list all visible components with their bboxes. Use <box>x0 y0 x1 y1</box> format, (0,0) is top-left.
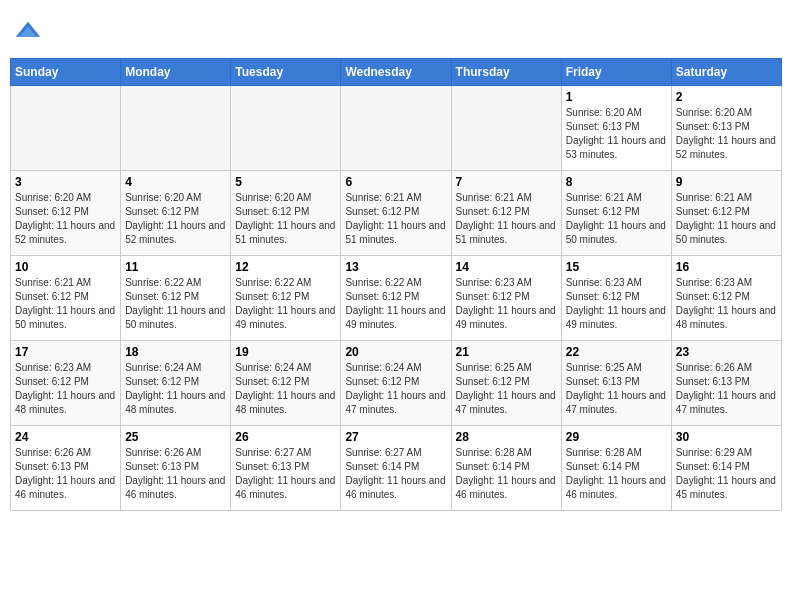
calendar-table: SundayMondayTuesdayWednesdayThursdayFrid… <box>10 58 782 511</box>
calendar-cell: 19Sunrise: 6:24 AMSunset: 6:12 PMDayligh… <box>231 341 341 426</box>
calendar-cell: 25Sunrise: 6:26 AMSunset: 6:13 PMDayligh… <box>121 426 231 511</box>
day-info: Sunrise: 6:26 AMSunset: 6:13 PMDaylight:… <box>676 361 777 417</box>
calendar-cell: 12Sunrise: 6:22 AMSunset: 6:12 PMDayligh… <box>231 256 341 341</box>
calendar-cell: 1Sunrise: 6:20 AMSunset: 6:13 PMDaylight… <box>561 86 671 171</box>
calendar-cell: 3Sunrise: 6:20 AMSunset: 6:12 PMDaylight… <box>11 171 121 256</box>
day-number: 27 <box>345 430 446 444</box>
day-number: 28 <box>456 430 557 444</box>
day-info: Sunrise: 6:26 AMSunset: 6:13 PMDaylight:… <box>125 446 226 502</box>
day-number: 11 <box>125 260 226 274</box>
calendar-week-3: 10Sunrise: 6:21 AMSunset: 6:12 PMDayligh… <box>11 256 782 341</box>
day-info: Sunrise: 6:24 AMSunset: 6:12 PMDaylight:… <box>235 361 336 417</box>
calendar-cell <box>341 86 451 171</box>
header-saturday: Saturday <box>671 59 781 86</box>
calendar-cell: 27Sunrise: 6:27 AMSunset: 6:14 PMDayligh… <box>341 426 451 511</box>
calendar-cell: 11Sunrise: 6:22 AMSunset: 6:12 PMDayligh… <box>121 256 231 341</box>
page-header <box>10 10 782 54</box>
day-info: Sunrise: 6:25 AMSunset: 6:12 PMDaylight:… <box>456 361 557 417</box>
day-number: 19 <box>235 345 336 359</box>
calendar-cell: 30Sunrise: 6:29 AMSunset: 6:14 PMDayligh… <box>671 426 781 511</box>
calendar-week-1: 1Sunrise: 6:20 AMSunset: 6:13 PMDaylight… <box>11 86 782 171</box>
day-info: Sunrise: 6:28 AMSunset: 6:14 PMDaylight:… <box>456 446 557 502</box>
header-tuesday: Tuesday <box>231 59 341 86</box>
day-number: 7 <box>456 175 557 189</box>
calendar-cell: 10Sunrise: 6:21 AMSunset: 6:12 PMDayligh… <box>11 256 121 341</box>
calendar-cell: 7Sunrise: 6:21 AMSunset: 6:12 PMDaylight… <box>451 171 561 256</box>
calendar-cell: 6Sunrise: 6:21 AMSunset: 6:12 PMDaylight… <box>341 171 451 256</box>
day-info: Sunrise: 6:21 AMSunset: 6:12 PMDaylight:… <box>566 191 667 247</box>
calendar-cell: 17Sunrise: 6:23 AMSunset: 6:12 PMDayligh… <box>11 341 121 426</box>
calendar-cell: 18Sunrise: 6:24 AMSunset: 6:12 PMDayligh… <box>121 341 231 426</box>
header-friday: Friday <box>561 59 671 86</box>
calendar-cell: 26Sunrise: 6:27 AMSunset: 6:13 PMDayligh… <box>231 426 341 511</box>
day-number: 14 <box>456 260 557 274</box>
calendar-week-2: 3Sunrise: 6:20 AMSunset: 6:12 PMDaylight… <box>11 171 782 256</box>
day-number: 30 <box>676 430 777 444</box>
day-info: Sunrise: 6:22 AMSunset: 6:12 PMDaylight:… <box>345 276 446 332</box>
day-info: Sunrise: 6:22 AMSunset: 6:12 PMDaylight:… <box>235 276 336 332</box>
day-info: Sunrise: 6:23 AMSunset: 6:12 PMDaylight:… <box>456 276 557 332</box>
day-info: Sunrise: 6:21 AMSunset: 6:12 PMDaylight:… <box>15 276 116 332</box>
day-number: 26 <box>235 430 336 444</box>
day-number: 6 <box>345 175 446 189</box>
day-number: 15 <box>566 260 667 274</box>
calendar-cell: 16Sunrise: 6:23 AMSunset: 6:12 PMDayligh… <box>671 256 781 341</box>
day-info: Sunrise: 6:23 AMSunset: 6:12 PMDaylight:… <box>566 276 667 332</box>
day-info: Sunrise: 6:27 AMSunset: 6:14 PMDaylight:… <box>345 446 446 502</box>
calendar-header-row: SundayMondayTuesdayWednesdayThursdayFrid… <box>11 59 782 86</box>
header-sunday: Sunday <box>11 59 121 86</box>
day-info: Sunrise: 6:23 AMSunset: 6:12 PMDaylight:… <box>676 276 777 332</box>
calendar-cell: 21Sunrise: 6:25 AMSunset: 6:12 PMDayligh… <box>451 341 561 426</box>
day-info: Sunrise: 6:29 AMSunset: 6:14 PMDaylight:… <box>676 446 777 502</box>
calendar-cell <box>11 86 121 171</box>
day-info: Sunrise: 6:21 AMSunset: 6:12 PMDaylight:… <box>456 191 557 247</box>
calendar-cell: 24Sunrise: 6:26 AMSunset: 6:13 PMDayligh… <box>11 426 121 511</box>
header-wednesday: Wednesday <box>341 59 451 86</box>
day-number: 16 <box>676 260 777 274</box>
calendar-cell: 8Sunrise: 6:21 AMSunset: 6:12 PMDaylight… <box>561 171 671 256</box>
day-number: 10 <box>15 260 116 274</box>
calendar-cell: 22Sunrise: 6:25 AMSunset: 6:13 PMDayligh… <box>561 341 671 426</box>
calendar-cell: 23Sunrise: 6:26 AMSunset: 6:13 PMDayligh… <box>671 341 781 426</box>
calendar-cell: 5Sunrise: 6:20 AMSunset: 6:12 PMDaylight… <box>231 171 341 256</box>
calendar-cell: 9Sunrise: 6:21 AMSunset: 6:12 PMDaylight… <box>671 171 781 256</box>
day-info: Sunrise: 6:24 AMSunset: 6:12 PMDaylight:… <box>125 361 226 417</box>
day-info: Sunrise: 6:20 AMSunset: 6:13 PMDaylight:… <box>566 106 667 162</box>
day-number: 23 <box>676 345 777 359</box>
day-number: 18 <box>125 345 226 359</box>
calendar-cell: 15Sunrise: 6:23 AMSunset: 6:12 PMDayligh… <box>561 256 671 341</box>
calendar-week-5: 24Sunrise: 6:26 AMSunset: 6:13 PMDayligh… <box>11 426 782 511</box>
calendar-cell <box>121 86 231 171</box>
calendar-week-4: 17Sunrise: 6:23 AMSunset: 6:12 PMDayligh… <box>11 341 782 426</box>
calendar-cell <box>231 86 341 171</box>
day-info: Sunrise: 6:27 AMSunset: 6:13 PMDaylight:… <box>235 446 336 502</box>
calendar-cell: 28Sunrise: 6:28 AMSunset: 6:14 PMDayligh… <box>451 426 561 511</box>
header-monday: Monday <box>121 59 231 86</box>
day-number: 17 <box>15 345 116 359</box>
day-number: 20 <box>345 345 446 359</box>
day-number: 3 <box>15 175 116 189</box>
day-info: Sunrise: 6:20 AMSunset: 6:13 PMDaylight:… <box>676 106 777 162</box>
day-info: Sunrise: 6:25 AMSunset: 6:13 PMDaylight:… <box>566 361 667 417</box>
day-number: 24 <box>15 430 116 444</box>
day-info: Sunrise: 6:21 AMSunset: 6:12 PMDaylight:… <box>676 191 777 247</box>
day-number: 8 <box>566 175 667 189</box>
logo <box>14 18 44 46</box>
header-thursday: Thursday <box>451 59 561 86</box>
day-info: Sunrise: 6:26 AMSunset: 6:13 PMDaylight:… <box>15 446 116 502</box>
calendar-cell: 4Sunrise: 6:20 AMSunset: 6:12 PMDaylight… <box>121 171 231 256</box>
day-number: 25 <box>125 430 226 444</box>
calendar-cell: 2Sunrise: 6:20 AMSunset: 6:13 PMDaylight… <box>671 86 781 171</box>
calendar-cell: 14Sunrise: 6:23 AMSunset: 6:12 PMDayligh… <box>451 256 561 341</box>
day-number: 22 <box>566 345 667 359</box>
day-number: 2 <box>676 90 777 104</box>
day-number: 5 <box>235 175 336 189</box>
day-number: 9 <box>676 175 777 189</box>
day-info: Sunrise: 6:20 AMSunset: 6:12 PMDaylight:… <box>235 191 336 247</box>
day-info: Sunrise: 6:24 AMSunset: 6:12 PMDaylight:… <box>345 361 446 417</box>
calendar-cell: 20Sunrise: 6:24 AMSunset: 6:12 PMDayligh… <box>341 341 451 426</box>
day-info: Sunrise: 6:20 AMSunset: 6:12 PMDaylight:… <box>125 191 226 247</box>
day-number: 1 <box>566 90 667 104</box>
day-number: 4 <box>125 175 226 189</box>
calendar-cell: 13Sunrise: 6:22 AMSunset: 6:12 PMDayligh… <box>341 256 451 341</box>
